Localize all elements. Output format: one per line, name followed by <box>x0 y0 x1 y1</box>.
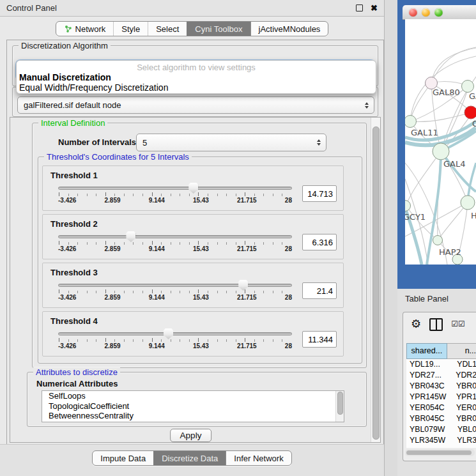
network-node-h[interactable] <box>461 196 475 210</box>
network-node-gal11[interactable] <box>405 116 417 128</box>
tab-select[interactable]: Select <box>148 22 187 36</box>
table-horizontal-scrollbar[interactable] <box>405 449 475 456</box>
number-of-intervals-select[interactable]: 5 <box>136 134 326 151</box>
table-panel-toolbar: ⚙ ☑☑ <box>403 312 476 343</box>
threshold-value-field[interactable] <box>302 282 337 299</box>
tab-network[interactable]: Network <box>56 22 114 36</box>
float-window-icon[interactable] <box>356 4 363 12</box>
network-canvas-svg: GAL80GACGAL11GAL4GCY1HHAP2 <box>405 19 476 265</box>
table-row[interactable]: YLR345WYLR3 <box>406 434 476 445</box>
column-header-name[interactable]: n... <box>447 343 476 359</box>
settings-vertical-scrollbar[interactable] <box>371 118 380 442</box>
threshold-value-field[interactable] <box>302 185 337 202</box>
select-columns-icons[interactable]: ☑☑ <box>451 318 465 330</box>
combo-stepper-icon <box>317 139 321 146</box>
attribute-item-topologicalcoefficient[interactable]: TopologicalCoefficient <box>42 401 344 411</box>
zoom-traffic-light-icon[interactable] <box>434 8 443 17</box>
table-row[interactable]: YER054CYER0 <box>406 403 476 413</box>
network-node-label-hap2: HAP2 <box>439 247 461 257</box>
number-of-intervals-value: 5 <box>137 138 317 148</box>
panel-splitter[interactable] <box>384 0 398 476</box>
numerical-attributes-label: Numerical Attributes <box>36 379 118 388</box>
table-data-select[interactable]: galFiltered.sif default node <box>17 96 374 114</box>
screen: Control Panel ✖ NetworkStyleSelectCyni T… <box>0 0 476 476</box>
table-cell-name: YBR0 <box>450 414 476 423</box>
table-cell-name: YBL0 <box>452 425 476 434</box>
tab-discretize-data[interactable]: Discretize Data <box>153 451 226 465</box>
tick-label: 9.144 <box>149 245 165 252</box>
tick-label: -3.426 <box>58 342 76 349</box>
tab-jactivemnodules[interactable]: jActiveMNodules <box>250 22 328 36</box>
network-node-hap2[interactable] <box>433 236 443 245</box>
gear-icon[interactable]: ⚙ <box>411 318 421 330</box>
attribute-item-selfloops[interactable]: SelfLoops <box>42 391 344 401</box>
table-cell-shared-name: YPR145W <box>406 392 450 401</box>
control-panel-bottom-bar: Impute DataDiscretize DataInfer Network <box>0 444 384 476</box>
slider-ticks <box>59 192 291 196</box>
bottom-tab-group: Impute DataDiscretize DataInfer Network <box>92 450 291 466</box>
minimize-traffic-light-icon[interactable] <box>422 8 430 17</box>
table-row[interactable]: YBR045CYBR0 <box>406 413 476 424</box>
network-node-node-top-right[interactable] <box>462 81 474 93</box>
threshold-slider-2[interactable]: -3.4262.8599.14415.4321.71528 <box>58 229 292 255</box>
popup-item-manual-discretization[interactable]: Manual Discretization <box>17 72 376 82</box>
columns-icon[interactable] <box>429 318 443 331</box>
table-row[interactable]: YIL052CYIL0 <box>406 445 476 448</box>
tick-label: 15.43 <box>193 197 209 204</box>
network-node-label-gal4: GAL4 <box>443 159 465 169</box>
settings-vertical-scrollbar-thumb[interactable] <box>372 127 380 440</box>
tick-label: 21.715 <box>237 245 257 252</box>
network-node-gcy1[interactable] <box>405 201 411 211</box>
slider-tick-labels: -3.4262.8599.14415.4321.71528 <box>58 245 292 252</box>
table-cell-shared-name: YDR27... <box>406 371 450 380</box>
tick-label: 28 <box>285 294 292 301</box>
table-row[interactable]: YPR145WYPR1 <box>406 392 476 403</box>
node-table-header: shared... n... <box>406 343 476 359</box>
apply-button[interactable]: Apply <box>170 429 212 442</box>
algorithm-placeholder-option[interactable]: Select algorithm to view settings <box>17 63 376 72</box>
table-horizontal-scrollbar-thumb[interactable] <box>406 450 472 455</box>
network-window-titlebar <box>403 5 476 20</box>
threshold-slider-4[interactable]: -3.4262.8599.14415.4321.71528 <box>58 326 292 352</box>
column-header-shared-name[interactable]: shared... <box>406 343 447 359</box>
table-panel-body: ⚙ ☑☑ shared... n... YDL19...YDL1YDR27...… <box>403 312 476 461</box>
table-panel: Table Panel ⚙ ☑☑ shared... n... YDL19...… <box>397 289 476 476</box>
table-cell-name: YBR0 <box>450 381 476 390</box>
network-icon <box>64 25 72 33</box>
algorithm-popup-items: Manual DiscretizationEqual Width/Frequen… <box>17 72 376 93</box>
table-row[interactable]: YDL19...YDL1 <box>406 359 476 370</box>
table-cell-name: YIL0 <box>452 447 473 448</box>
control-panel-body: Discretization Algorithm Select algorith… <box>6 40 384 445</box>
popup-item-equal-width-frequency-discretization[interactable]: Equal Width/Frequency Discretization <box>17 82 376 93</box>
attributes-list-scrollbar-thumb[interactable] <box>337 392 343 415</box>
tab-label: Select <box>156 24 179 34</box>
tick-label: 9.144 <box>149 197 165 204</box>
tab-cyni-toolbox[interactable]: Cyni Toolbox <box>187 22 250 36</box>
network-canvas[interactable]: GAL80GACGAL11GAL4GCY1HHAP2 <box>405 19 476 265</box>
network-node-label-gal80: GAL80 <box>433 88 460 97</box>
threshold-value-field[interactable] <box>302 331 337 348</box>
table-cell-shared-name: YBR045C <box>406 414 450 423</box>
threshold-slider-1[interactable]: -3.4262.8599.14415.4321.71528 <box>58 181 292 206</box>
tab-style[interactable]: Style <box>113 22 148 36</box>
close-traffic-light-icon[interactable] <box>409 8 417 17</box>
tab-label: Network <box>75 24 106 34</box>
table-row[interactable]: YBL079WYBL0 <box>406 424 476 434</box>
table-cell-name: YDL1 <box>451 360 476 369</box>
tab-impute-data[interactable]: Impute Data <box>93 451 153 465</box>
table-row[interactable]: YDR27...YDR2 <box>406 370 476 381</box>
network-node-gal4[interactable] <box>433 143 449 160</box>
tick-label: 2.859 <box>105 197 121 204</box>
slider-track <box>58 187 292 190</box>
tab-infer-network[interactable]: Infer Network <box>226 451 291 465</box>
attribute-item-betweennesscentrality[interactable]: BetweennessCentrality <box>42 411 344 421</box>
threshold-slider-3[interactable]: -3.4262.8599.14415.4321.71528 <box>58 278 292 303</box>
tick-label: -3.426 <box>58 245 76 252</box>
network-node-label-gal11: GAL11 <box>411 128 438 137</box>
network-node-node-red[interactable] <box>464 106 476 119</box>
attributes-list-scrollbar[interactable] <box>335 391 344 422</box>
threshold-value-field[interactable] <box>302 234 337 250</box>
tick-label: 15.43 <box>193 294 209 301</box>
close-icon[interactable]: ✖ <box>371 4 378 12</box>
table-row[interactable]: YBR043CYBR0 <box>406 381 476 392</box>
